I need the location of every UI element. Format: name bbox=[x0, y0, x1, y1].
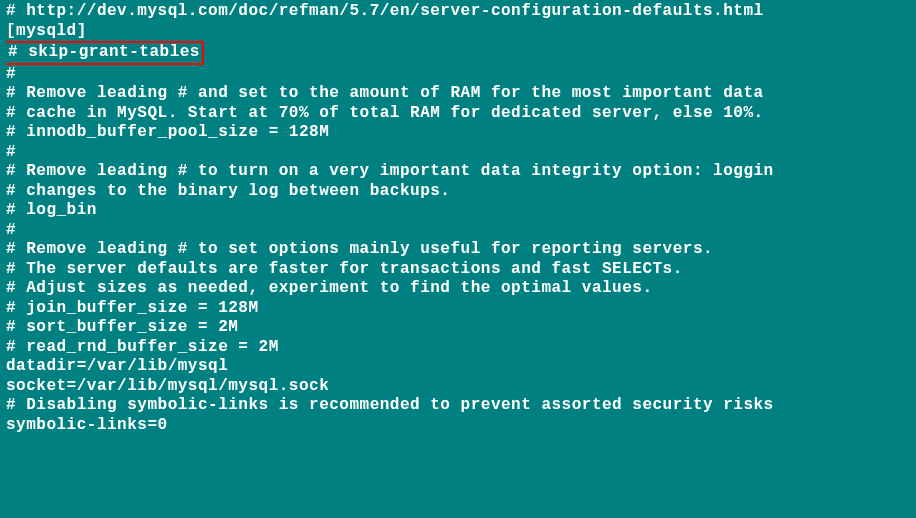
config-line[interactable]: # The server defaults are faster for tra… bbox=[6, 260, 910, 280]
config-line[interactable]: # cache in MySQL. Start at 70% of total … bbox=[6, 104, 910, 124]
config-line[interactable]: # join_buffer_size = 128M bbox=[6, 299, 910, 319]
config-line[interactable]: # innodb_buffer_pool_size = 128M bbox=[6, 123, 910, 143]
config-line[interactable]: # read_rnd_buffer_size = 2M bbox=[6, 338, 910, 358]
config-line[interactable]: symbolic-links=0 bbox=[6, 416, 910, 436]
config-line[interactable]: # bbox=[6, 143, 910, 163]
config-line[interactable]: # changes to the binary log between back… bbox=[6, 182, 910, 202]
highlight-box: # skip-grant-tables bbox=[6, 41, 204, 65]
config-line[interactable]: # Remove leading # to set options mainly… bbox=[6, 240, 910, 260]
config-line[interactable]: # log_bin bbox=[6, 201, 910, 221]
config-line[interactable]: # Adjust sizes as needed, experiment to … bbox=[6, 279, 910, 299]
config-line[interactable]: # sort_buffer_size = 2M bbox=[6, 318, 910, 338]
config-line[interactable]: # Disabling symbolic-links is recommende… bbox=[6, 396, 910, 416]
config-line[interactable]: [mysqld] bbox=[6, 22, 910, 42]
config-line-highlighted[interactable]: # skip-grant-tables bbox=[6, 41, 910, 65]
config-line[interactable]: datadir=/var/lib/mysql bbox=[6, 357, 910, 377]
config-line[interactable]: # Remove leading # to turn on a very imp… bbox=[6, 162, 910, 182]
config-line[interactable]: socket=/var/lib/mysql/mysql.sock bbox=[6, 377, 910, 397]
config-line[interactable]: # bbox=[6, 65, 910, 85]
config-line[interactable]: # bbox=[6, 221, 910, 241]
config-line[interactable]: # http://dev.mysql.com/doc/refman/5.7/en… bbox=[6, 2, 910, 22]
config-line[interactable]: # Remove leading # and set to the amount… bbox=[6, 84, 910, 104]
